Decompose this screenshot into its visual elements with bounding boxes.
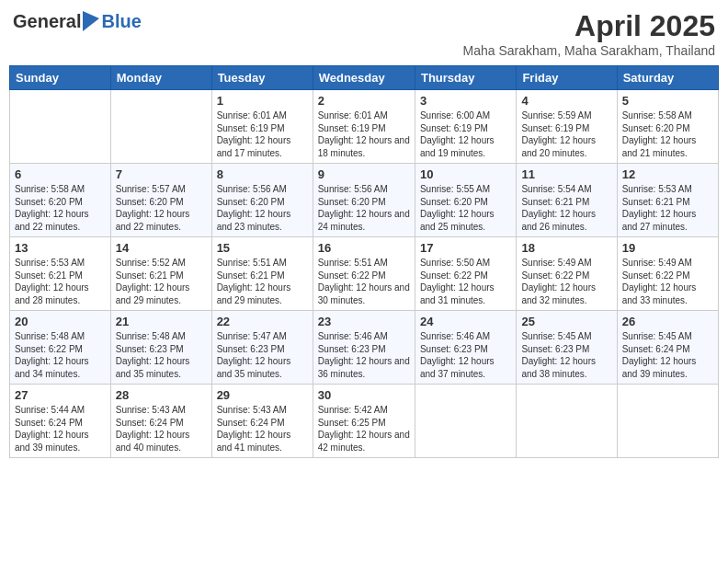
svg-marker-0 (83, 11, 99, 31)
day-number: 1 (217, 94, 308, 108)
calendar-cell: 13 Sunrise: 5:53 AMSunset: 6:21 PMDaylig… (10, 237, 111, 311)
calendar-cell (517, 385, 617, 458)
day-number: 11 (521, 167, 611, 181)
day-number: 7 (116, 167, 207, 181)
day-number: 28 (116, 388, 207, 402)
calendar-cell: 7 Sunrise: 5:57 AMSunset: 6:20 PMDayligh… (110, 164, 211, 237)
day-info: Sunrise: 5:45 AMSunset: 6:23 PMDaylight:… (521, 331, 596, 379)
day-number: 29 (217, 388, 308, 402)
calendar-cell: 20 Sunrise: 5:48 AMSunset: 6:22 PMDaylig… (10, 311, 111, 385)
day-info: Sunrise: 5:47 AMSunset: 6:23 PMDaylight:… (217, 331, 291, 379)
day-info: Sunrise: 5:53 AMSunset: 6:21 PMDaylight:… (622, 184, 697, 232)
day-info: Sunrise: 5:58 AMSunset: 6:20 PMDaylight:… (622, 110, 697, 158)
column-header-saturday: Saturday (617, 66, 718, 90)
day-info: Sunrise: 6:00 AMSunset: 6:19 PMDaylight:… (420, 110, 495, 158)
day-info: Sunrise: 5:56 AMSunset: 6:20 PMDaylight:… (318, 184, 410, 232)
calendar-cell: 30 Sunrise: 5:42 AMSunset: 6:25 PMDaylig… (313, 385, 415, 458)
day-number: 6 (15, 167, 106, 181)
day-number: 27 (15, 388, 106, 402)
day-info: Sunrise: 5:43 AMSunset: 6:24 PMDaylight:… (217, 405, 291, 453)
calendar-cell (10, 90, 111, 164)
day-info: Sunrise: 5:55 AMSunset: 6:20 PMDaylight:… (420, 184, 495, 232)
day-info: Sunrise: 5:54 AMSunset: 6:21 PMDaylight:… (521, 184, 596, 232)
calendar-cell (415, 385, 516, 458)
day-info: Sunrise: 5:48 AMSunset: 6:22 PMDaylight:… (15, 331, 89, 379)
calendar-cell (110, 90, 211, 164)
column-header-tuesday: Tuesday (211, 66, 313, 90)
calendar-cell: 22 Sunrise: 5:47 AMSunset: 6:23 PMDaylig… (211, 311, 313, 385)
logo: General Blue (13, 9, 142, 32)
logo-general: General (13, 12, 81, 30)
calendar-cell: 1 Sunrise: 6:01 AMSunset: 6:19 PMDayligh… (211, 90, 313, 164)
day-info: Sunrise: 5:43 AMSunset: 6:24 PMDaylight:… (116, 405, 190, 453)
calendar-cell: 6 Sunrise: 5:58 AMSunset: 6:20 PMDayligh… (10, 164, 111, 237)
calendar-cell: 18 Sunrise: 5:49 AMSunset: 6:22 PMDaylig… (517, 237, 617, 311)
calendar-cell: 12 Sunrise: 5:53 AMSunset: 6:21 PMDaylig… (617, 164, 718, 237)
day-info: Sunrise: 5:57 AMSunset: 6:20 PMDaylight:… (116, 184, 190, 232)
calendar-cell: 16 Sunrise: 5:51 AMSunset: 6:22 PMDaylig… (313, 237, 415, 311)
calendar-cell: 8 Sunrise: 5:56 AMSunset: 6:20 PMDayligh… (211, 164, 313, 237)
column-header-monday: Monday (110, 66, 211, 90)
day-info: Sunrise: 6:01 AMSunset: 6:19 PMDaylight:… (318, 110, 410, 158)
day-number: 3 (420, 94, 511, 108)
week-row-4: 20 Sunrise: 5:48 AMSunset: 6:22 PMDaylig… (10, 311, 719, 385)
calendar-cell: 15 Sunrise: 5:51 AMSunset: 6:21 PMDaylig… (211, 237, 313, 311)
calendar-cell: 25 Sunrise: 5:45 AMSunset: 6:23 PMDaylig… (517, 311, 617, 385)
day-info: Sunrise: 5:59 AMSunset: 6:19 PMDaylight:… (521, 110, 596, 158)
day-number: 10 (420, 167, 511, 181)
day-number: 4 (521, 94, 611, 108)
calendar-cell: 24 Sunrise: 5:46 AMSunset: 6:23 PMDaylig… (415, 311, 516, 385)
day-number: 14 (116, 241, 207, 255)
day-info: Sunrise: 5:49 AMSunset: 6:22 PMDaylight:… (521, 258, 596, 305)
column-header-friday: Friday (517, 66, 617, 90)
day-number: 13 (15, 241, 106, 255)
day-number: 24 (420, 315, 511, 328)
day-info: Sunrise: 5:52 AMSunset: 6:21 PMDaylight:… (116, 258, 190, 305)
calendar-header-row: SundayMondayTuesdayWednesdayThursdayFrid… (10, 66, 719, 90)
day-number: 22 (217, 315, 308, 328)
day-number: 23 (318, 315, 410, 328)
day-number: 16 (318, 241, 410, 255)
day-number: 8 (217, 167, 308, 181)
calendar-cell: 2 Sunrise: 6:01 AMSunset: 6:19 PMDayligh… (313, 90, 415, 164)
week-row-1: 1 Sunrise: 6:01 AMSunset: 6:19 PMDayligh… (10, 90, 719, 164)
day-number: 21 (116, 315, 207, 328)
calendar-cell (617, 385, 718, 458)
calendar-cell: 3 Sunrise: 6:00 AMSunset: 6:19 PMDayligh… (415, 90, 516, 164)
column-header-wednesday: Wednesday (313, 66, 415, 90)
calendar-cell: 5 Sunrise: 5:58 AMSunset: 6:20 PMDayligh… (617, 90, 718, 164)
day-number: 17 (420, 241, 511, 255)
day-number: 25 (521, 315, 611, 328)
day-info: Sunrise: 6:01 AMSunset: 6:19 PMDaylight:… (217, 110, 291, 158)
day-info: Sunrise: 5:58 AMSunset: 6:20 PMDaylight:… (15, 184, 89, 232)
calendar-table: SundayMondayTuesdayWednesdayThursdayFrid… (9, 65, 719, 458)
location-title: Maha Sarakham, Maha Sarakham, Thailand (463, 43, 715, 58)
day-number: 30 (318, 388, 410, 402)
day-number: 19 (622, 241, 713, 255)
calendar-cell: 29 Sunrise: 5:43 AMSunset: 6:24 PMDaylig… (211, 385, 313, 458)
day-info: Sunrise: 5:44 AMSunset: 6:24 PMDaylight:… (15, 405, 89, 453)
calendar-cell: 23 Sunrise: 5:46 AMSunset: 6:23 PMDaylig… (313, 311, 415, 385)
calendar-cell: 28 Sunrise: 5:43 AMSunset: 6:24 PMDaylig… (110, 385, 211, 458)
calendar-cell: 19 Sunrise: 5:49 AMSunset: 6:22 PMDaylig… (617, 237, 718, 311)
column-header-sunday: Sunday (10, 66, 111, 90)
calendar-cell: 14 Sunrise: 5:52 AMSunset: 6:21 PMDaylig… (110, 237, 211, 311)
day-number: 12 (622, 167, 713, 181)
day-info: Sunrise: 5:51 AMSunset: 6:21 PMDaylight:… (217, 258, 291, 305)
day-number: 20 (15, 315, 106, 328)
title-block: April 2025 Maha Sarakham, Maha Sarakham,… (463, 9, 715, 58)
day-number: 15 (217, 241, 308, 255)
day-info: Sunrise: 5:46 AMSunset: 6:23 PMDaylight:… (318, 331, 410, 379)
day-info: Sunrise: 5:51 AMSunset: 6:22 PMDaylight:… (318, 258, 410, 305)
day-info: Sunrise: 5:46 AMSunset: 6:23 PMDaylight:… (420, 331, 495, 379)
day-number: 26 (622, 315, 713, 328)
day-info: Sunrise: 5:50 AMSunset: 6:22 PMDaylight:… (420, 258, 495, 305)
calendar-cell: 9 Sunrise: 5:56 AMSunset: 6:20 PMDayligh… (313, 164, 415, 237)
week-row-5: 27 Sunrise: 5:44 AMSunset: 6:24 PMDaylig… (10, 385, 719, 458)
day-info: Sunrise: 5:42 AMSunset: 6:25 PMDaylight:… (318, 405, 410, 453)
column-header-thursday: Thursday (415, 66, 516, 90)
calendar-cell: 11 Sunrise: 5:54 AMSunset: 6:21 PMDaylig… (517, 164, 617, 237)
calendar-cell: 21 Sunrise: 5:48 AMSunset: 6:23 PMDaylig… (110, 311, 211, 385)
calendar-cell: 4 Sunrise: 5:59 AMSunset: 6:19 PMDayligh… (517, 90, 617, 164)
day-info: Sunrise: 5:48 AMSunset: 6:23 PMDaylight:… (116, 331, 190, 379)
